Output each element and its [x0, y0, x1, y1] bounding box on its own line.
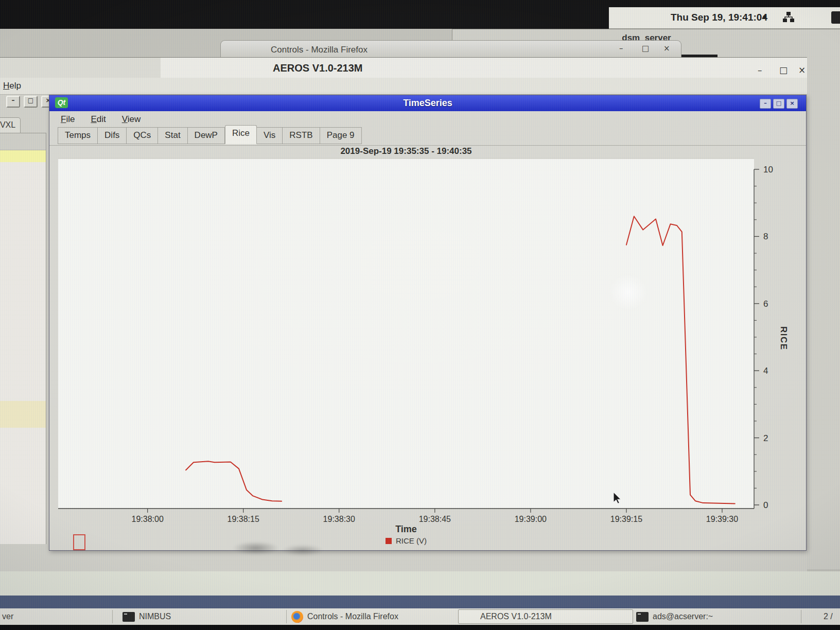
- tab-qcs[interactable]: QCs: [127, 127, 158, 144]
- panel-partial-icon[interactable]: [831, 11, 840, 24]
- firefox-title: Controls - Mozilla Firefox: [271, 45, 367, 55]
- svg-text:4: 4: [763, 366, 768, 376]
- taskbar-item-label: NIMBUS: [139, 612, 171, 621]
- timeseries-titlebar[interactable]: Qt TimeSeries – □ ×: [49, 95, 806, 111]
- taskbar-item-label: ver: [2, 612, 13, 621]
- aeros-minimize-button[interactable]: –: [758, 65, 762, 75]
- timeseries-close-button[interactable]: ×: [786, 99, 798, 109]
- svg-text:19:38:45: 19:38:45: [419, 515, 451, 523]
- menu-item-file[interactable]: File: [61, 114, 75, 125]
- firefox-maximize-button[interactable]: □: [642, 44, 649, 53]
- tab-bar: TempsDifsQCsStatDewPRiceVisRSTBPage 9: [58, 127, 362, 145]
- menu-item-view[interactable]: View: [122, 114, 141, 125]
- svg-text:10: 10: [763, 165, 773, 174]
- legend-label-rice[interactable]: RICE (V): [396, 536, 427, 545]
- firefox-minimize-button[interactable]: –: [619, 44, 623, 53]
- menu-item-help[interactable]: Help: [3, 81, 21, 91]
- taskbar-item-aeros-v1-0-213m[interactable]: AEROS V1.0-213M: [458, 609, 633, 624]
- svg-text:RICE: RICE: [779, 326, 789, 351]
- svg-text:19:39:30: 19:39:30: [706, 515, 738, 523]
- firefox-icon: [291, 611, 303, 623]
- desktop-lower-band: [0, 571, 840, 596]
- taskbar-item-label: 2 /: [824, 612, 833, 621]
- svg-text:6: 6: [763, 299, 768, 309]
- vxl-panel-header: [0, 133, 46, 150]
- vxl-side-panel: [0, 133, 46, 544]
- timeseries-title: TimeSeries: [49, 98, 806, 109]
- vxl-minimize-button[interactable]: –: [6, 96, 20, 108]
- aeros-titlebar-shaded-area: [0, 58, 161, 78]
- taskbar-item-controls-mozilla-firefox[interactable]: Controls - Mozilla Firefox: [291, 608, 398, 625]
- chart-title: 2019-Sep-19 19:35:35 - 19:40:35: [58, 146, 754, 156]
- tab-stat[interactable]: Stat: [158, 127, 187, 144]
- chart-legend: RICE (V): [58, 536, 754, 545]
- taskbar-item-ver[interactable]: ver: [2, 608, 13, 625]
- taskbar-divider: [286, 610, 287, 623]
- vxl-highlighted-row[interactable]: [0, 150, 46, 162]
- window-firefox-titlebar[interactable]: Controls - Mozilla Firefox – □ ×: [220, 40, 681, 59]
- legend-empty-box[interactable]: [73, 534, 85, 550]
- monitor-bezel-bottom: [0, 625, 840, 630]
- svg-text:19:39:00: 19:39:00: [515, 515, 547, 523]
- aeros-titlebar[interactable]: AEROS V1.0-213M – □ ×: [0, 58, 807, 78]
- desktop-top-panel: Thu Sep 19, 19:41:04 ●: [609, 7, 840, 29]
- clock-indicator-dot: ●: [762, 12, 767, 21]
- menu-item-edit[interactable]: Edit: [91, 114, 106, 125]
- taskbar-item-label: ads@acserver:~: [653, 612, 713, 621]
- vxl-highlighted-row-2[interactable]: [0, 401, 46, 428]
- mouse-cursor: [613, 492, 623, 505]
- tab-temps[interactable]: Temps: [58, 127, 98, 144]
- tab-rice[interactable]: Rice: [225, 125, 257, 144]
- svg-text:8: 8: [763, 232, 768, 241]
- taskbar-item-2-[interactable]: 2 /: [824, 608, 833, 625]
- svg-text:19:38:15: 19:38:15: [227, 515, 259, 523]
- terminal-icon: [636, 612, 649, 622]
- svg-text:0: 0: [763, 500, 768, 510]
- tabrow-divider: [49, 145, 806, 146]
- svg-text:19:38:00: 19:38:00: [132, 515, 164, 523]
- taskbar-divider: [112, 610, 113, 623]
- taskbar-item-label: Controls - Mozilla Firefox: [307, 612, 398, 621]
- taskbar: verNIMBUSControls - Mozilla FirefoxAEROS…: [0, 608, 840, 625]
- aeros-close-button[interactable]: ×: [798, 65, 806, 75]
- timeseries-maximize-button[interactable]: □: [773, 99, 784, 109]
- timeseries-plot: 0246810RICE19:38:0019:38:1519:38:3019:38…: [58, 157, 820, 538]
- vxl-window-controls: – □ ×: [6, 96, 55, 108]
- tab-page-9[interactable]: Page 9: [320, 127, 362, 144]
- clock: Thu Sep 19, 19:41:04: [671, 12, 767, 23]
- tab-difs[interactable]: Difs: [98, 127, 127, 144]
- svg-text:19:38:30: 19:38:30: [323, 515, 355, 523]
- svg-text:19:39:15: 19:39:15: [610, 515, 642, 523]
- network-workgroup-icon[interactable]: [783, 11, 794, 26]
- tab-dewp[interactable]: DewP: [188, 127, 225, 144]
- vxl-maximize-button[interactable]: □: [24, 96, 38, 108]
- legend-swatch-rice: [386, 538, 392, 544]
- terminal-icon: [122, 612, 135, 622]
- taskbar-item-label: AEROS V1.0-213M: [480, 612, 552, 621]
- taskbar-item-nimbus[interactable]: NIMBUS: [122, 608, 171, 625]
- navy-separator-band: [0, 596, 840, 608]
- svg-text:2: 2: [763, 433, 768, 443]
- tab-rstb[interactable]: RSTB: [283, 127, 320, 144]
- aeros-title: AEROS V1.0-213M: [273, 62, 363, 74]
- aeros-maximize-button[interactable]: □: [779, 65, 787, 75]
- x-axis-label: Time: [58, 524, 754, 535]
- tab-vis[interactable]: Vis: [257, 127, 283, 144]
- taskbar-divider: [801, 610, 801, 623]
- timeseries-minimize-button[interactable]: –: [760, 99, 771, 109]
- taskbar-item-ads-acserver-[interactable]: ads@acserver:~: [636, 608, 713, 625]
- firefox-close-button[interactable]: ×: [663, 44, 670, 53]
- timeseries-menubar: FileEditView: [49, 111, 806, 127]
- aeros-menubar: Help: [0, 78, 807, 95]
